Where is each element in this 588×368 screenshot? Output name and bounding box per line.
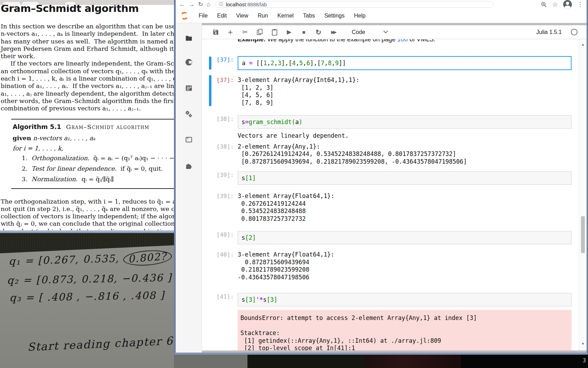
reload-icon[interactable]: ↻ — [198, 1, 203, 7]
code-input-39[interactable]: s[1] — [238, 171, 572, 185]
run-cell-button[interactable]: ▶ — [285, 29, 294, 35]
menu-file[interactable]: File — [194, 13, 212, 19]
url-path: :8888/lab — [246, 2, 267, 7]
output-text: 3-element Array{Float64,1}: 0.8728715609… — [238, 251, 334, 281]
browser-menu-icon[interactable]: ⋮ — [577, 1, 583, 7]
input-prompt: [40]: — [202, 231, 238, 244]
circled-value: 0.802? — [123, 249, 172, 267]
restart-run-all-button[interactable]: ▶▶ — [329, 30, 338, 34]
input-prompt: [41]: — [202, 293, 238, 306]
output-38: [38]: 2-element Array{Any,1}: [0.2672612… — [202, 141, 579, 166]
algorithm-box: Algorithm 5.1Gram–Schmidt algorithm give… — [11, 119, 174, 189]
output-40: [40]: 3-element Array{Float64,1}: 0.8728… — [202, 251, 579, 281]
desk-shadow — [247, 355, 365, 368]
input-prompt: [37]: — [202, 56, 238, 70]
add-cell-button[interactable]: + — [226, 28, 235, 36]
jupyterlab-menubar: File Edit View Run Kernel Tabs Settings … — [176, 9, 587, 23]
output-39: [39]: 3-element Array{Float64,1}: 0.2672… — [202, 192, 579, 223]
open-tabs-icon[interactable] — [185, 136, 193, 144]
output-37: [37]: 3-element Array{Array{Int64,1},1}:… — [202, 75, 579, 107]
notebook-scrollbar[interactable]: ▲ ▼ — [579, 39, 587, 350]
photo-window-top-edge — [0, 230, 174, 233]
output-prompt: [39]: — [202, 192, 238, 223]
property-inspector-icon[interactable] — [185, 110, 193, 118]
home-icon[interactable]: ⌂ — [206, 1, 210, 7]
markdown-cell-clipped: Example: We apply the function to the ex… — [238, 39, 579, 44]
copy-cells-button[interactable] — [255, 29, 264, 35]
restart-kernel-button[interactable]: ↻ — [314, 29, 323, 36]
output-prompt: [37]: — [202, 75, 238, 107]
menu-tabs[interactable]: Tabs — [298, 13, 320, 19]
notebook-scroll-area[interactable]: Example: We apply the function to the ex… — [202, 39, 579, 350]
algorithm-for-line: for i = 1, . . . , k, — [13, 145, 174, 152]
site-info-icon[interactable]: ⓘ — [219, 1, 223, 7]
input-prompt: [39]: — [202, 171, 238, 185]
jupyterlab-sidebar — [176, 23, 202, 353]
code-cell-41: [41]: s[3]'*s[3] — [202, 293, 579, 306]
code-input-40[interactable]: s[2] — [238, 231, 572, 244]
handwritten-notes-photo: q₁ = [0.267, 0.535, 0.802? ] q₂ = [0.873… — [0, 230, 174, 368]
cut-cells-button[interactable]: ✂ — [240, 29, 250, 35]
keyboard-glow — [365, 355, 461, 368]
kernel-name-label[interactable]: Julia 1.5.1 — [536, 29, 562, 35]
code-input-37[interactable]: a = [[1,2,3],[4,5,6],[7,8,9]] — [238, 56, 572, 70]
command-palette-icon[interactable] — [185, 84, 193, 92]
cell-type-dropdown[interactable]: Code — [352, 29, 365, 35]
pdf-paragraph: If the vectors are linearly independent,… — [1, 60, 174, 112]
output-collapser[interactable] — [209, 75, 211, 106]
code-cell-39: [39]: s[1] — [202, 171, 579, 185]
scrollbar-thumb[interactable] — [581, 216, 585, 253]
cell-collapser[interactable] — [209, 56, 211, 70]
chevron-down-icon[interactable] — [383, 30, 388, 34]
code-cell-40: [40]: s[2] — [202, 231, 579, 244]
pdf-paragraph: The orthogonalization step, with i = 1, … — [1, 198, 174, 230]
paste-cells-button[interactable] — [270, 29, 279, 36]
menu-settings[interactable]: Settings — [320, 13, 349, 19]
menu-run[interactable]: Run — [253, 13, 273, 19]
output-prompt: [38]: — [202, 141, 238, 166]
running-kernels-icon[interactable] — [185, 58, 193, 66]
code-input-41[interactable]: s[3]'*s[3] — [238, 293, 572, 306]
menu-edit[interactable]: Edit — [212, 13, 232, 19]
menu-help[interactable]: Help — [349, 13, 370, 19]
output-text: 2-element Array{Any,1}: [0.2672612419124… — [238, 141, 467, 166]
file-browser-icon[interactable] — [185, 34, 193, 42]
pdf-paragraph: In this section we describe an algorithm… — [1, 23, 174, 60]
kernel-status-icon — [571, 29, 578, 35]
pdf-tab-bar — [0, 0, 174, 5]
paper-edge — [174, 355, 247, 368]
algorithm-given-text: n-vectors a₁, . . . , aₖ — [31, 135, 95, 142]
interrupt-kernel-button[interactable]: ■ — [299, 29, 308, 35]
output-text: 3-element Array{Float64,1}: 0.2672612419… — [238, 192, 334, 223]
browser-chrome-bar: ← → ↻ ⌂ ⓘ localhost:8888/lab ☆ ⋮ — [176, 0, 587, 9]
notebook-toolbar: + ✂ ▶ ■ ↻ ▶▶ Code Julia 1.5.1 — [202, 25, 587, 39]
jupyter-logo-icon — [180, 12, 189, 20]
extension-manager-icon[interactable] — [185, 162, 193, 170]
zoom-page-icon[interactable] — [541, 1, 547, 8]
code-input-38[interactable]: s=gram_schmidt(a) — [238, 115, 572, 129]
bookmark-star-icon[interactable]: ☆ — [552, 1, 558, 8]
url-bar[interactable]: ⓘ localhost:8888/lab — [215, 1, 493, 8]
menu-kernel[interactable]: Kernel — [273, 13, 298, 19]
code-cell-38: [38]: s=gram_schmidt(a) — [202, 115, 579, 129]
input-prompt: [38]: — [202, 115, 238, 129]
save-button[interactable] — [211, 29, 220, 35]
page-link[interactable]: 100 — [397, 39, 408, 43]
back-icon[interactable]: ← — [179, 1, 185, 7]
desk-photo-strip: 3 — [174, 355, 588, 368]
pdf-section-title: Gram–Schmidt algorithm — [1, 5, 174, 14]
notebook-area: Example: We apply the function to the ex… — [202, 39, 587, 350]
forward-icon[interactable]: → — [189, 1, 195, 7]
browser-window: ← → ↻ ⌂ ⓘ localhost:8888/lab ☆ ⋮ File Ed… — [174, 0, 588, 355]
menu-view[interactable]: View — [231, 13, 253, 19]
scroll-up-icon[interactable]: ▲ — [579, 43, 587, 46]
algorithm-given-keyword: given — [13, 135, 31, 142]
algorithm-label: Algorithm 5.1 — [13, 123, 61, 130]
profile-avatar[interactable] — [563, 0, 572, 9]
stream-text: Vectors are linearly dependent. — [238, 132, 349, 140]
pdf-viewer-window: Gram–Schmidt algorithm In this section w… — [0, 0, 174, 230]
output-prompt: [40]: — [202, 251, 238, 281]
scroll-down-icon[interactable]: ▼ — [579, 342, 587, 346]
notebook-panel: + ✂ ▶ ■ ↻ ▶▶ Code Julia 1.5.1 — [202, 23, 587, 353]
pdf-page: Gram–Schmidt algorithm In this section w… — [0, 5, 174, 230]
